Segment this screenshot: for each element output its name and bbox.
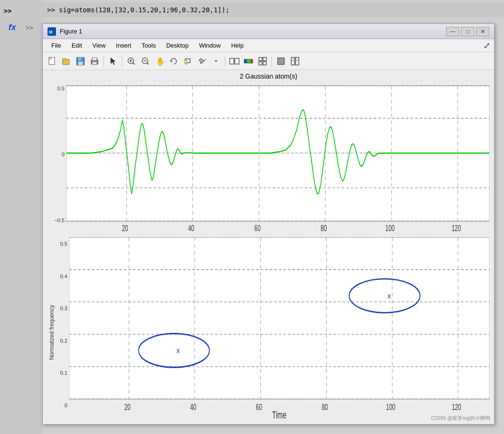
menu-window[interactable]: Window: [194, 40, 225, 50]
y-tick-top: 0.5: [57, 86, 64, 91]
svg-rect-41: [291, 57, 295, 65]
matlab-icon: M: [48, 27, 56, 36]
svg-rect-13: [92, 62, 97, 64]
close-button[interactable]: ✕: [476, 27, 489, 36]
menu-edit[interactable]: Edit: [67, 40, 87, 50]
svg-rect-64: [69, 237, 489, 399]
bottom-plot-svg-wrapper: × × 20 40 60 80 100 120 Time: [69, 237, 489, 418]
layout-button[interactable]: [256, 55, 269, 68]
svg-rect-14: [96, 61, 97, 62]
bottom-plot-section: Normalized frequency 0.5 0.4 0.3 0.2 0.1…: [48, 237, 489, 418]
y-tick-bot: −0.5: [54, 217, 64, 223]
resize-icon[interactable]: ⤢: [483, 40, 490, 51]
brush-dropdown[interactable]: [209, 55, 223, 68]
y-tick-mid: 0: [62, 152, 64, 157]
svg-text:Time: Time: [272, 410, 287, 418]
svg-marker-30: [215, 60, 217, 62]
svg-text:120: 120: [452, 402, 461, 411]
svg-text:80: 80: [320, 224, 327, 233]
svg-text:20: 20: [122, 224, 128, 233]
data-cursor-button[interactable]: [181, 55, 194, 68]
new-button[interactable]: [46, 55, 59, 68]
pan-button[interactable]: ✋: [153, 55, 166, 68]
select-tool[interactable]: [106, 55, 120, 68]
colormap-button[interactable]: [242, 55, 255, 68]
bottom-plot-svg: × × 20 40 60 80 100 120 Time: [69, 237, 489, 418]
plots-wrapper: 0.5 0 −0.5: [48, 82, 489, 418]
command-prompt: >>: [47, 6, 59, 14]
top-plot-svg: 20 40 60 80 100 120: [66, 82, 489, 233]
maximize-button[interactable]: □: [461, 27, 474, 36]
svg-text:60: 60: [256, 402, 262, 411]
yb-tick-0.1: 0.1: [60, 370, 67, 376]
ellipse-1-marker: ×: [176, 346, 180, 357]
svg-text:40: 40: [188, 224, 194, 233]
yb-tick-0.3: 0.3: [60, 305, 67, 311]
bottom-y-ticks: 0.5 0.4 0.3 0.2 0.1 0: [56, 237, 69, 418]
svg-text:40: 40: [190, 402, 196, 411]
command-text: sig=atoms(128,[32,0.15,20,1;96,0.32,20,1…: [59, 6, 229, 14]
separator-2: [122, 56, 122, 67]
yb-tick-0.5: 0.5: [60, 241, 67, 247]
svg-rect-31: [230, 58, 234, 64]
svg-text:M: M: [49, 30, 53, 34]
yb-tick-0.2: 0.2: [60, 338, 67, 344]
svg-text:60: 60: [255, 224, 261, 233]
bottom-y-axis-label: Normalized frequency: [48, 237, 56, 418]
menu-file[interactable]: File: [47, 40, 66, 50]
save-button[interactable]: [74, 55, 87, 68]
svg-rect-39: [263, 62, 266, 65]
gray-box-button[interactable]: [274, 55, 288, 68]
svg-text:100: 100: [386, 402, 395, 411]
svg-rect-37: [263, 57, 266, 61]
properties-button[interactable]: [288, 55, 302, 68]
toolbar: ✋: [43, 52, 494, 70]
menu-desktop[interactable]: Desktop: [161, 40, 193, 50]
yb-tick-0.4: 0.4: [60, 273, 67, 279]
menu-bar: File Edit View Insert Tools Desktop Wind…: [43, 39, 494, 52]
svg-line-28: [204, 59, 206, 61]
svg-rect-6: [63, 58, 66, 60]
open-button[interactable]: [60, 55, 73, 68]
separator-1: [104, 56, 104, 67]
separator-3: [225, 56, 225, 67]
svg-rect-27: [184, 60, 187, 63]
svg-line-21: [147, 63, 149, 64]
svg-rect-34: [244, 59, 253, 63]
svg-rect-36: [259, 57, 262, 61]
title-bar: M Figure 1 — □ ✕: [43, 24, 494, 39]
top-plot-svg-wrapper: 20 40 60 80 100 120: [66, 82, 489, 233]
minimize-button[interactable]: —: [446, 27, 459, 36]
svg-text:20: 20: [124, 402, 130, 411]
command-line: >> sig=atoms(128,[32,0.15,20,1;96,0.32,2…: [42, 2, 504, 17]
svg-rect-10: [81, 58, 82, 60]
menu-view[interactable]: View: [88, 40, 110, 50]
figure-content: 2 Gaussian atom(s) 0.5 0 −0.5: [43, 70, 494, 423]
watermark: CSDN @发芽ing的小啊鸣: [431, 415, 490, 422]
separator-4: [272, 56, 272, 67]
svg-text:100: 100: [385, 224, 395, 233]
menu-insert[interactable]: Insert: [111, 40, 136, 50]
svg-rect-40: [278, 58, 284, 64]
zoom-out-button[interactable]: [139, 55, 152, 68]
brush-button[interactable]: [195, 55, 208, 68]
figure-window: M Figure 1 — □ ✕ File Edit View Insert T…: [42, 24, 495, 425]
rotate-button[interactable]: [167, 55, 180, 68]
svg-rect-9: [78, 62, 83, 65]
menu-tools[interactable]: Tools: [137, 40, 160, 50]
svg-rect-42: [296, 57, 299, 65]
chevron-icon: >>: [24, 23, 35, 32]
svg-rect-38: [259, 62, 262, 65]
svg-line-17: [133, 63, 135, 64]
top-y-axis: 0.5 0 −0.5: [48, 82, 66, 233]
link-axes-button[interactable]: [228, 55, 241, 68]
svg-line-26: [185, 64, 187, 64]
zoom-in-button[interactable]: [125, 55, 138, 68]
print-button[interactable]: [88, 55, 101, 68]
yb-tick-0: 0: [64, 402, 67, 408]
window-title: Figure 1: [60, 28, 446, 35]
svg-text:120: 120: [452, 224, 461, 233]
svg-rect-12: [92, 58, 97, 60]
menu-help[interactable]: Help: [226, 40, 248, 50]
left-sidebar: >> fx >>: [0, 0, 42, 434]
